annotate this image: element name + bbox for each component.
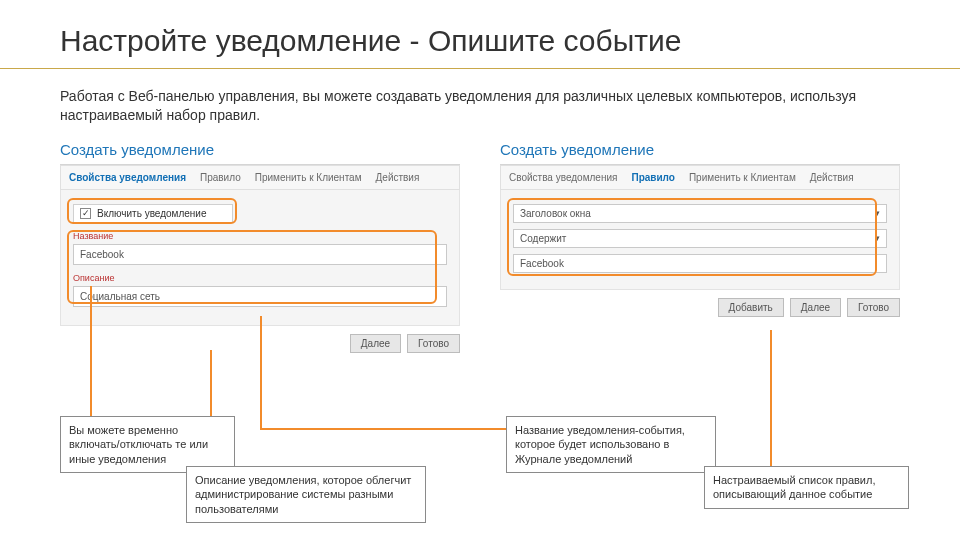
enable-notification-row[interactable]: ✓ Включить уведомление xyxy=(73,204,233,223)
select-value-1: Заголовок окна xyxy=(520,208,591,219)
next-button-r[interactable]: Далее xyxy=(790,298,841,317)
name-label: Название xyxy=(73,231,447,241)
name-field[interactable]: Facebook xyxy=(73,244,447,265)
select-value-2: Содержит xyxy=(520,233,566,244)
desc-label: Описание xyxy=(73,273,447,283)
add-button[interactable]: Добавить xyxy=(718,298,784,317)
enable-label: Включить уведомление xyxy=(97,208,207,219)
left-tabs: Свойства уведомления Правило Применить к… xyxy=(60,165,460,190)
next-button[interactable]: Далее xyxy=(350,334,401,353)
tab-properties-r[interactable]: Свойства уведомления xyxy=(509,172,617,183)
select-window-title[interactable]: Заголовок окна ▾ xyxy=(513,204,887,223)
connector-3b xyxy=(260,428,510,430)
done-button[interactable]: Готово xyxy=(407,334,460,353)
connector-1 xyxy=(90,286,92,416)
title-divider xyxy=(0,68,960,69)
select-contains[interactable]: Содержит ▾ xyxy=(513,229,887,248)
select-value-3: Facebook xyxy=(520,258,564,269)
intro-text: Работая с Веб-панелью управления, вы мож… xyxy=(0,87,960,135)
callout-description: Описание уведомления, которое облегчит а… xyxy=(186,466,426,523)
right-panel: Создать уведомление Свойства уведомления… xyxy=(500,135,900,353)
connector-3a xyxy=(260,316,262,428)
right-panel-body: Заголовок окна ▾ Содержит ▾ Facebook xyxy=(500,190,900,290)
enable-checkbox[interactable]: ✓ xyxy=(80,208,91,219)
page-title: Настройте уведомление - Опишите событие xyxy=(0,0,960,68)
chevron-down-icon: ▾ xyxy=(875,208,880,218)
callout-name: Название уведомления-события, которое бу… xyxy=(506,416,716,473)
connector-4 xyxy=(770,330,772,470)
right-panel-heading: Создать уведомление xyxy=(500,135,900,165)
right-buttons: Добавить Далее Готово xyxy=(500,298,900,317)
chevron-down-icon: ▾ xyxy=(875,233,880,243)
tab-rule[interactable]: Правило xyxy=(200,172,241,183)
tab-apply-clients-r[interactable]: Применить к Клиентам xyxy=(689,172,796,183)
callout-rules: Настраиваемый список правил, описывающий… xyxy=(704,466,909,509)
callout-enable: Вы можете временно включать/отключать те… xyxy=(60,416,235,473)
tab-actions-r[interactable]: Действия xyxy=(810,172,854,183)
select-text-value[interactable]: Facebook xyxy=(513,254,887,273)
right-tabs: Свойства уведомления Правило Применить к… xyxy=(500,165,900,190)
tab-rule-r[interactable]: Правило xyxy=(631,172,674,183)
left-panel-body: ✓ Включить уведомление Название Facebook… xyxy=(60,190,460,326)
left-panel-heading: Создать уведомление xyxy=(60,135,460,165)
done-button-r[interactable]: Готово xyxy=(847,298,900,317)
tab-properties[interactable]: Свойства уведомления xyxy=(69,172,186,183)
desc-field[interactable]: Социальная сеть xyxy=(73,286,447,307)
tab-apply-clients[interactable]: Применить к Клиентам xyxy=(255,172,362,183)
tab-actions[interactable]: Действия xyxy=(376,172,420,183)
